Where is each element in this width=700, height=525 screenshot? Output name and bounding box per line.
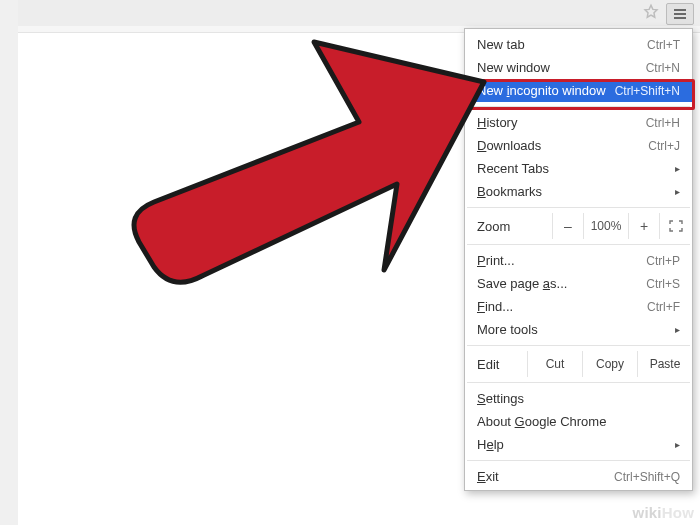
menu-label: Find... [477,299,647,314]
menu-item-save-page-as[interactable]: Save page as... Ctrl+S [465,272,692,295]
menu-shortcut: Ctrl+J [648,139,680,153]
menu-item-history[interactable]: History Ctrl+H [465,111,692,134]
menu-label: Print... [477,253,646,268]
menu-shortcut: Ctrl+F [647,300,680,314]
menu-label: Bookmarks [477,184,672,199]
chevron-right-icon: ▸ [672,324,680,335]
menu-label: Recent Tabs [477,161,672,176]
menu-separator [467,106,690,107]
menu-label: Save page as... [477,276,646,291]
menu-label: Help [477,437,672,452]
copy-button[interactable]: Copy [582,351,637,377]
callout-arrow-icon [124,32,494,295]
menu-item-new-tab[interactable]: New tab Ctrl+T [465,33,692,56]
watermark: wikiHow [633,504,694,521]
menu-label: Exit [477,469,614,484]
menu-item-recent-tabs[interactable]: Recent Tabs ▸ [465,157,692,180]
chrome-main-menu: New tab Ctrl+T New window Ctrl+N New inc… [464,28,693,491]
menu-item-about[interactable]: About Google Chrome [465,410,692,433]
fullscreen-button[interactable] [659,213,692,239]
edit-label: Edit [477,357,527,372]
browser-window: New tab Ctrl+T New window Ctrl+N New inc… [18,0,700,525]
zoom-label: Zoom [477,219,552,234]
paste-button[interactable]: Paste [637,351,692,377]
menu-label: Downloads [477,138,648,153]
menu-item-find[interactable]: Find... Ctrl+F [465,295,692,318]
browser-toolbar [18,0,700,27]
menu-item-exit[interactable]: Exit Ctrl+Shift+Q [465,465,692,488]
chrome-menu-button[interactable] [666,3,694,25]
menu-shortcut: Ctrl+H [646,116,680,130]
menu-label: History [477,115,646,130]
menu-label: New tab [477,37,647,52]
menu-item-new-window[interactable]: New window Ctrl+N [465,56,692,79]
screenshot-stage: New tab Ctrl+T New window Ctrl+N New inc… [0,0,700,525]
menu-item-settings[interactable]: Settings [465,387,692,410]
menu-label: New window [477,60,646,75]
menu-item-edit: Edit Cut Copy Paste [465,350,692,378]
menu-item-print[interactable]: Print... Ctrl+P [465,249,692,272]
hamburger-icon [673,8,687,20]
menu-separator [467,460,690,461]
menu-shortcut: Ctrl+P [646,254,680,268]
zoom-in-button[interactable]: + [628,213,659,239]
fullscreen-icon [669,220,683,232]
menu-label: Settings [477,391,680,406]
menu-item-help[interactable]: Help ▸ [465,433,692,456]
chevron-right-icon: ▸ [672,163,680,174]
zoom-value: 100% [583,213,628,239]
menu-item-new-incognito-window[interactable]: New incognito window Ctrl+Shift+N [465,79,692,102]
chevron-right-icon: ▸ [672,439,680,450]
cut-button[interactable]: Cut [527,351,582,377]
zoom-out-button[interactable]: – [552,213,583,239]
menu-separator [467,207,690,208]
menu-item-zoom: Zoom – 100% + [465,212,692,240]
menu-item-bookmarks[interactable]: Bookmarks ▸ [465,180,692,203]
menu-item-more-tools[interactable]: More tools ▸ [465,318,692,341]
menu-shortcut: Ctrl+Shift+Q [614,470,680,484]
menu-separator [467,345,690,346]
menu-shortcut: Ctrl+N [646,61,680,75]
menu-separator [467,244,690,245]
menu-label: New incognito window [477,83,615,98]
menu-separator [467,382,690,383]
chevron-right-icon: ▸ [672,186,680,197]
menu-shortcut: Ctrl+T [647,38,680,52]
menu-label: More tools [477,322,672,337]
menu-shortcut: Ctrl+S [646,277,680,291]
menu-shortcut: Ctrl+Shift+N [615,84,680,98]
menu-item-downloads[interactable]: Downloads Ctrl+J [465,134,692,157]
bookmark-star-icon[interactable] [642,3,660,21]
menu-label: About Google Chrome [477,414,680,429]
